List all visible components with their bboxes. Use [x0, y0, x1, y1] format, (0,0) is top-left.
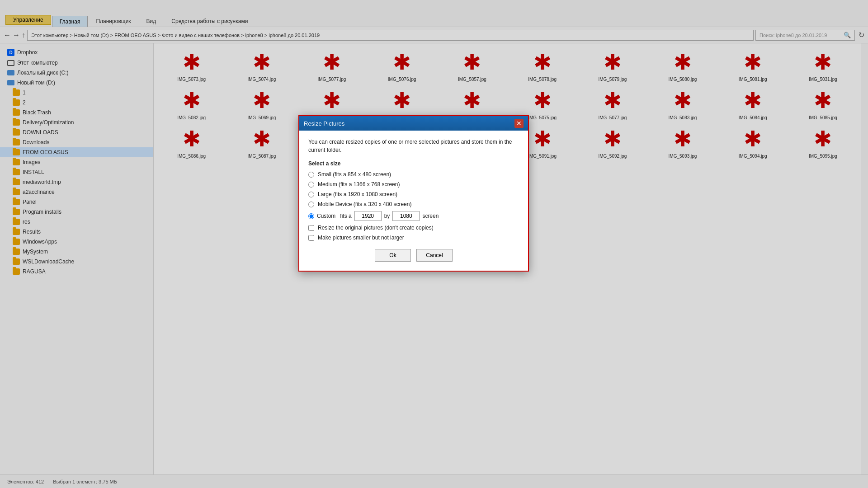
- dialog-title: Resize Pictures: [304, 120, 344, 127]
- checkbox-smaller-only-input[interactable]: [308, 235, 314, 241]
- custom-width-input[interactable]: [354, 211, 382, 221]
- checkbox-resize-original: Resize the original pictures (don't crea…: [308, 225, 519, 231]
- custom-prefix: fits a: [340, 213, 351, 219]
- dialog-titlebar: Resize Pictures ✕: [299, 116, 528, 131]
- label-custom: Custom: [317, 213, 335, 219]
- custom-height-input[interactable]: [392, 211, 420, 221]
- option-small: Small (fits a 854 x 480 screen): [308, 171, 519, 178]
- radio-medium[interactable]: [308, 182, 314, 188]
- dialog-buttons: Ok Cancel: [308, 249, 519, 263]
- radio-custom[interactable]: [308, 213, 314, 219]
- resize-dialog: Resize Pictures ✕ You can create resized…: [298, 115, 529, 272]
- checkbox-resize-original-label: Resize the original pictures (don't crea…: [318, 225, 434, 231]
- custom-by-label: by: [384, 213, 390, 219]
- option-mobile: Mobile Device (fits a 320 x 480 screen): [308, 201, 519, 207]
- custom-suffix: screen: [422, 213, 439, 219]
- option-large: Large (fits a 868 x 488 screen): [308, 191, 519, 197]
- label-large: Large (fits a 868 x 488 screen): [318, 191, 397, 197]
- radio-mobile[interactable]: [308, 202, 314, 207]
- checkbox-resize-original-input[interactable]: [308, 225, 314, 231]
- ok-button[interactable]: Ok: [375, 249, 411, 262]
- checkbox-smaller-only: Make pictures smaller but not larger: [308, 235, 519, 241]
- option-medium: Medium (fits a 1366 x 768 screen): [308, 181, 519, 188]
- dialog-description: You can create resized copies of one or …: [308, 138, 519, 154]
- option-custom-row: Custom fits a by screen: [308, 211, 519, 221]
- cancel-button[interactable]: Cancel: [416, 249, 453, 262]
- radio-small[interactable]: [308, 172, 314, 178]
- label-mobile: Mobile Device (fits a 320 x 480 screen): [318, 201, 411, 207]
- label-small: Small (fits a 854 x 480 screen): [318, 171, 391, 178]
- radio-large[interactable]: [308, 192, 314, 197]
- checkbox-smaller-only-label: Make pictures smaller but not larger: [318, 235, 404, 241]
- dialog-close-button[interactable]: ✕: [514, 119, 524, 128]
- dialog-body: You can create resized copies of one or …: [299, 131, 528, 271]
- select-size-label: Select a size: [308, 160, 519, 167]
- label-medium: Medium (fits a 1366 x 768 screen): [318, 181, 400, 188]
